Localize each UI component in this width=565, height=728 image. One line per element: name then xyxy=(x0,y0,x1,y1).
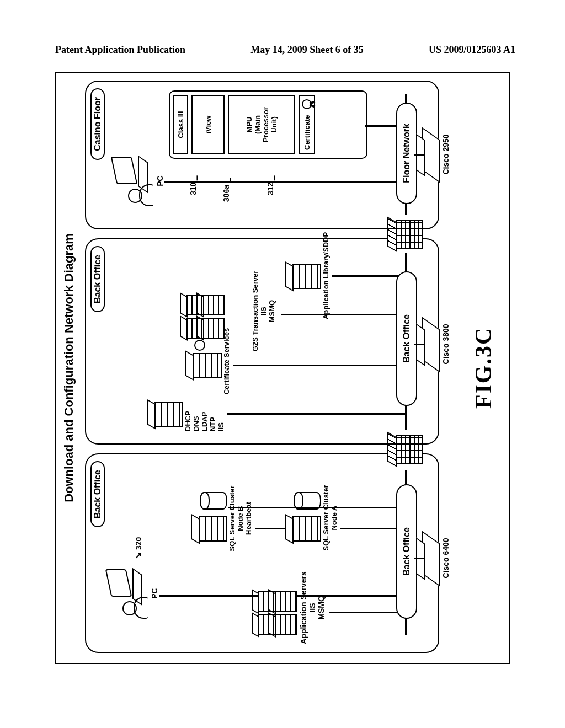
g2s-label: G2S Transaction Server IIS MSMQ xyxy=(252,261,276,361)
cert-services-icon xyxy=(185,353,220,378)
ref-312: 312 ⎯ xyxy=(266,176,275,195)
header-left: Patent Application Publication xyxy=(55,44,185,56)
egm-iview-label: iView xyxy=(191,95,225,154)
app-servers-icon xyxy=(252,586,295,635)
zone-back-office-2: Back Office DHCP DNS LDAP NTP IIS Certif… xyxy=(85,238,439,445)
infra-label: DHCP DNS LDAP NTP IIS xyxy=(184,411,226,431)
switch-drop-bo1 xyxy=(414,558,424,559)
drop-sqlB xyxy=(228,507,405,508)
drop-g2s xyxy=(281,314,405,315)
sql-node-a-icon xyxy=(285,516,319,542)
ref-310: 310 ⎯ xyxy=(189,176,198,195)
applib-label: Application Library/SDDP xyxy=(322,229,331,322)
drop-sqlA xyxy=(340,528,405,529)
figure-caption: FIG.3C xyxy=(470,73,497,663)
header-mid: May 14, 2009 Sheet 6 of 35 xyxy=(250,44,363,56)
switch-cisco-6400-icon xyxy=(422,537,440,580)
drop-appservers xyxy=(329,612,405,613)
egm-class-label: Class III xyxy=(173,95,188,154)
diagram-canvas: Download and Configuration Network Diagr… xyxy=(56,73,509,663)
zone-label-bo2: Back Office xyxy=(90,246,105,312)
switch-cisco-2950-label: Cisco 2950 xyxy=(441,121,450,188)
sql-node-b-label: SQL Server Cluster Node B Heartbeat xyxy=(228,480,253,557)
egm-class3: Class III iView MPU (Main Processor Unit… xyxy=(169,90,367,159)
pc-label-1: PC xyxy=(150,577,159,610)
switch-cisco-6400-label: Cisco 6400 xyxy=(441,525,450,591)
switch-cisco-3800-icon xyxy=(422,323,440,366)
page-header: Patent Application Publication May 14, 2… xyxy=(55,44,515,56)
switch-cisco-2950-icon xyxy=(422,133,440,176)
infra-server-icon xyxy=(147,402,181,427)
award-ribbon-icon xyxy=(302,99,312,109)
diagram-title: Download and Configuration Network Diagr… xyxy=(62,73,76,663)
egm-certificate-label: Certificate xyxy=(303,115,311,150)
netbar-bo2: Back Office xyxy=(396,271,417,406)
heartbeat-line xyxy=(255,528,285,529)
app-servers-label: Application Servers IIS MSMQ xyxy=(299,569,326,646)
drop-applib xyxy=(332,275,405,277)
drop-pc2 xyxy=(164,181,405,183)
zone-label-cf: Casino Floor xyxy=(90,88,105,160)
header-right: US 2009/0125603 A1 xyxy=(429,44,515,56)
zone-back-office-1: Back Office PC ↘ 320 Application Servers… xyxy=(85,453,439,653)
sql-node-b-icon xyxy=(191,516,225,542)
diagram-frame: Download and Configuration Network Diagr… xyxy=(55,72,510,664)
pc-user-icon xyxy=(108,569,147,619)
switch-cisco-3800-label: Cisco 3800 xyxy=(441,311,450,377)
ref-320: ↘ 320 xyxy=(134,537,143,559)
zone-casino-floor: Casino Floor PC Class III iView MPU (Mai… xyxy=(85,81,439,229)
switch-drop-bo2 xyxy=(414,344,424,345)
switch-drop-floor xyxy=(414,154,424,156)
zone-label-bo1: Back Office xyxy=(90,461,105,527)
ref-306a: 306a ⎯ xyxy=(222,178,231,202)
pc-user-icon-2 xyxy=(114,157,152,206)
disk-icon-b xyxy=(200,492,227,510)
drop-cert xyxy=(233,365,405,366)
cert-circle-icon xyxy=(194,340,205,351)
g2s-server-icon xyxy=(180,289,223,339)
egm-mpu-label: MPU (Main Processor Unit) xyxy=(228,95,295,154)
netbar-bo1: Back Office xyxy=(396,484,417,619)
netbar-floor: Floor Network xyxy=(396,103,417,204)
pc-label-2: PC xyxy=(156,164,164,197)
page: Patent Application Publication May 14, 2… xyxy=(0,0,565,728)
sql-node-a-label: SQL Server Cluster Node A xyxy=(322,482,339,554)
drop-infra xyxy=(227,413,405,415)
applib-server-icon xyxy=(285,264,319,289)
